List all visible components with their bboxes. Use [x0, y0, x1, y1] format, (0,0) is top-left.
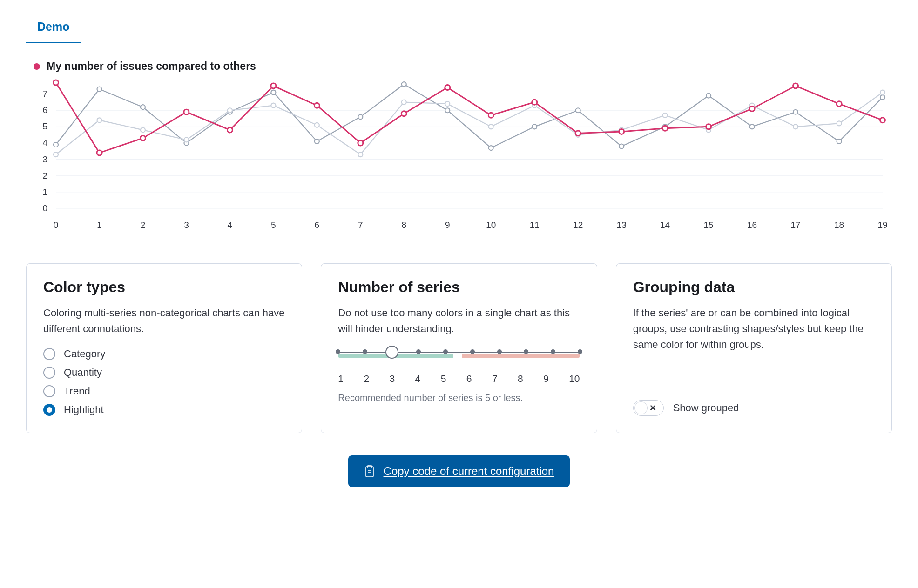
radio-circle-icon [43, 385, 55, 397]
radio-label: Quantity [64, 367, 102, 379]
svg-text:4: 4 [42, 138, 47, 147]
slider-tick [443, 349, 448, 354]
chart-legend: My number of issues compared to others [34, 60, 892, 73]
radio-quantity[interactable]: Quantity [43, 367, 285, 379]
slider-tick-label: 3 [390, 373, 395, 384]
slider-tick-label: 1 [338, 373, 344, 384]
svg-text:18: 18 [834, 220, 844, 230]
svg-text:2: 2 [42, 171, 47, 180]
radio-label: Category [64, 348, 105, 360]
svg-text:6: 6 [315, 220, 320, 230]
svg-point-87 [532, 100, 537, 105]
svg-point-93 [793, 83, 798, 88]
slider-hint: Recommended number of series is 5 or les… [338, 393, 580, 403]
svg-point-74 [837, 121, 842, 126]
radio-circle-icon [43, 348, 55, 360]
svg-point-54 [837, 139, 842, 144]
svg-point-94 [837, 101, 842, 107]
radio-label: Trend [64, 385, 90, 397]
svg-text:5: 5 [271, 220, 276, 230]
svg-point-85 [445, 85, 450, 90]
copy-config-button[interactable]: Copy code of current configuration [348, 455, 570, 487]
svg-point-48 [576, 108, 580, 113]
svg-point-86 [488, 113, 493, 118]
svg-point-38 [141, 105, 145, 109]
svg-point-47 [532, 124, 537, 129]
svg-point-81 [271, 83, 276, 88]
slider-tick [363, 349, 367, 354]
slider-tick [416, 349, 421, 354]
svg-point-46 [489, 146, 493, 150]
svg-text:10: 10 [486, 220, 496, 230]
svg-point-41 [271, 90, 276, 95]
svg-text:0: 0 [54, 220, 59, 230]
toggle-thumb [634, 401, 648, 414]
svg-text:5: 5 [42, 121, 47, 131]
slider-tick [524, 349, 528, 354]
svg-text:13: 13 [617, 220, 627, 230]
svg-text:19: 19 [878, 220, 887, 230]
slider-tick [336, 349, 340, 354]
card-num-series-desc: Do not use too many colors in a single c… [338, 305, 580, 337]
svg-text:16: 16 [747, 220, 757, 230]
legend-title: My number of issues compared to others [47, 60, 256, 73]
svg-point-51 [706, 94, 711, 98]
svg-point-55 [880, 95, 885, 100]
radio-label: Highlight [64, 404, 104, 416]
slider-tick-label: 6 [466, 373, 472, 384]
tabs: Demo [26, 13, 892, 43]
svg-point-95 [880, 118, 885, 123]
svg-point-49 [619, 144, 624, 149]
svg-text:7: 7 [42, 89, 47, 99]
card-color-types: Color types Coloring multi-series non-ca… [26, 263, 302, 433]
slider-tick [470, 349, 475, 354]
svg-point-82 [314, 103, 319, 108]
svg-point-65 [445, 101, 450, 106]
svg-point-42 [315, 139, 319, 144]
line-chart: 01234567012345678910111213141516171819 [26, 76, 892, 236]
svg-point-44 [402, 82, 406, 87]
svg-text:0: 0 [42, 203, 47, 213]
clipboard-icon [364, 465, 375, 478]
svg-point-52 [750, 124, 755, 129]
svg-point-66 [489, 124, 493, 129]
svg-point-58 [141, 127, 145, 132]
svg-point-78 [140, 135, 145, 140]
series-slider[interactable] [338, 348, 580, 367]
svg-point-63 [358, 152, 363, 157]
svg-text:9: 9 [445, 220, 450, 230]
card-grouping-title: Grouping data [633, 279, 875, 296]
tab-demo[interactable]: Demo [26, 13, 81, 43]
svg-point-79 [184, 109, 189, 114]
svg-point-76 [54, 80, 59, 85]
slider-tick-label: 7 [492, 373, 498, 384]
slider-handle[interactable] [385, 346, 398, 359]
slider-tick-label: 5 [441, 373, 446, 384]
svg-text:3: 3 [42, 154, 47, 164]
radio-category[interactable]: Category [43, 348, 285, 360]
svg-point-56 [54, 152, 58, 157]
radio-highlight[interactable]: Highlight [43, 404, 285, 416]
svg-text:8: 8 [402, 220, 407, 230]
card-color-types-desc: Coloring multi-series non-categorical ch… [43, 305, 285, 337]
svg-point-89 [619, 129, 624, 134]
svg-text:2: 2 [141, 220, 146, 230]
slider-tick-label: 4 [415, 373, 421, 384]
card-num-series-title: Number of series [338, 279, 580, 296]
svg-point-75 [880, 90, 885, 95]
slider-tick-label: 9 [543, 373, 549, 384]
svg-point-59 [184, 137, 189, 142]
slider-tick [551, 349, 555, 354]
svg-point-77 [97, 150, 102, 155]
slider-tick-label: 2 [364, 373, 369, 384]
svg-text:1: 1 [97, 220, 102, 230]
grouping-toggle[interactable]: ✕ [633, 400, 664, 416]
svg-point-60 [228, 108, 232, 113]
svg-point-61 [271, 103, 276, 108]
radio-trend[interactable]: Trend [43, 385, 285, 397]
svg-point-84 [401, 111, 406, 116]
svg-point-92 [749, 106, 755, 111]
card-grouping-desc: If the series' are or can be combined in… [633, 305, 875, 353]
slider-tick [578, 349, 582, 354]
slider-tick-label: 10 [569, 373, 580, 384]
